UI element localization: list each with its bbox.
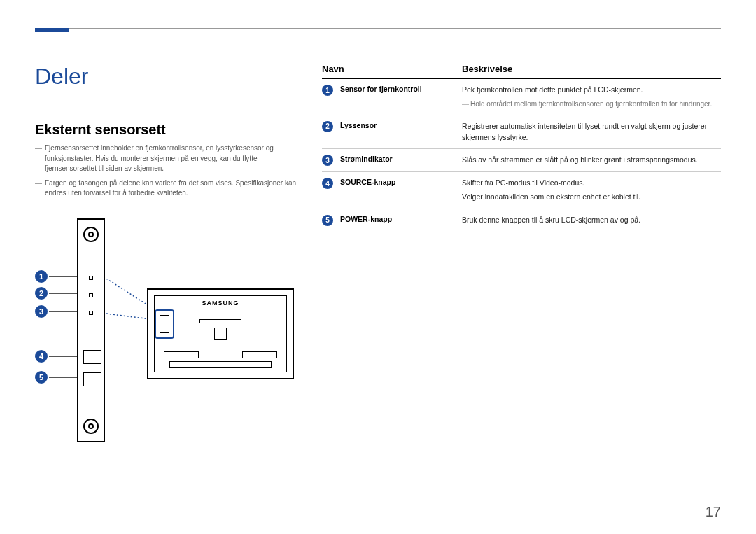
row-number: 2: [322, 121, 333, 132]
chapter-heading: Deler: [35, 64, 301, 90]
monitor-brand-label: SAMSUNG: [148, 300, 293, 307]
row-name: Strømindikator: [340, 155, 462, 166]
callout-1: 1: [35, 270, 48, 283]
note-2: Fargen og fasongen på delene kan variere…: [35, 178, 301, 199]
table-header-name: Navn: [322, 64, 462, 74]
row-desc: Skifter fra PC-modus til Video-modus. Ve…: [462, 178, 721, 203]
callout-2: 2: [35, 287, 48, 300]
table-row: 5 POWER-knapp Bruk denne knappen til å s…: [322, 209, 721, 232]
section-heading: Eksternt sensorsett: [35, 122, 301, 138]
row-number: 4: [322, 178, 333, 189]
row-name: Sensor for fjernkontroll: [340, 85, 462, 109]
monitor: SAMSUNG: [147, 288, 294, 379]
table-row: 3 Strømindikator Slås av når strømmen er…: [322, 149, 721, 172]
page-number: 17: [706, 504, 721, 520]
row-desc: Registrerer automatisk intensiteten til …: [462, 121, 721, 143]
row-desc: Slås av når strømmen er slått på og blin…: [462, 155, 721, 166]
header-rule: [35, 28, 721, 29]
row-number: 1: [322, 85, 333, 96]
row-number: 5: [322, 215, 333, 226]
row-number: 3: [322, 155, 333, 166]
note-1: Fjernsensorsettet inneholder en fjernkon…: [35, 143, 301, 174]
callout-5: 5: [35, 371, 48, 384]
table-header-desc: Beskrivelse: [462, 64, 721, 74]
sensor-bar: [77, 218, 105, 442]
row-desc: Bruk denne knappen til å skru LCD-skjerm…: [462, 215, 721, 226]
table-row: 1 Sensor for fjernkontroll Pek fjernkont…: [322, 79, 721, 115]
row-name: POWER-knapp: [340, 215, 462, 226]
row-name: SOURCE-knapp: [340, 178, 462, 203]
row-desc: Pek fjernkontrollen mot dette punktet på…: [462, 85, 721, 109]
diagram: 1 2 3 4 5 SAMSUNG: [35, 218, 301, 456]
table-row: 2 Lyssensor Registrerer automatisk inten…: [322, 115, 721, 150]
row-name: Lyssensor: [340, 121, 462, 143]
table-row: 4 SOURCE-knapp Skifter fra PC-modus til …: [322, 172, 721, 209]
callout-4: 4: [35, 350, 48, 363]
callout-3: 3: [35, 305, 48, 318]
